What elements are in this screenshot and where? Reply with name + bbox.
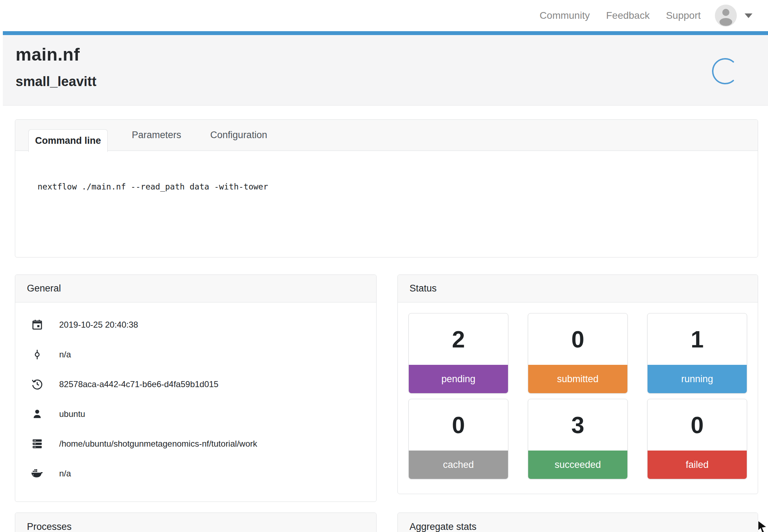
processes-card: Processes: [15, 513, 377, 532]
general-card-body: 2019-10-25 20:40:38 n/a 82578aca-a44: [15, 302, 376, 488]
nav-link-community[interactable]: Community: [540, 10, 590, 21]
general-value: /home/ubuntu/shotgunmetagenomics-nf/tuto…: [59, 439, 257, 449]
general-row-session: 82578aca-a442-4c71-b6e6-d4fa59b1d015: [30, 369, 362, 399]
status-tile-succeeded: 3 succeeded: [528, 399, 628, 479]
status-card: Status 2 pending 0 submitted 1 running 0…: [397, 275, 758, 494]
general-row-start-date: 2019-10-25 20:40:38: [30, 310, 362, 340]
aggregate-stats-card: Aggregate stats: [397, 513, 758, 532]
tab-command-line[interactable]: Command line: [28, 129, 108, 152]
status-label: cached: [409, 451, 508, 479]
server-icon: [30, 438, 44, 450]
status-tile-pending: 2 pending: [408, 313, 508, 394]
general-row-workdir: /home/ubuntu/shotgunmetagenomics-nf/tuto…: [30, 429, 362, 459]
general-card: General 2019-10-25 20:40:38: [15, 275, 377, 502]
status-count: 3: [528, 399, 627, 451]
status-tile-running: 1 running: [647, 313, 747, 394]
general-row-container: n/a: [30, 459, 362, 488]
status-tile-cached: 0 cached: [408, 399, 508, 479]
general-value: 82578aca-a442-4c71-b6e6-d4fa59b1d015: [59, 379, 219, 389]
status-count: 2: [409, 313, 508, 365]
status-count: 0: [409, 399, 508, 451]
page-title: main.nf: [16, 44, 80, 65]
status-count: 0: [528, 313, 627, 365]
status-count: 0: [648, 399, 747, 451]
general-row-commit: n/a: [30, 340, 362, 369]
general-value: ubuntu: [59, 409, 85, 419]
status-card-body: 2 pending 0 submitted 1 running 0 cached…: [398, 302, 758, 479]
status-label: succeeded: [528, 451, 627, 479]
calendar-icon: [30, 319, 44, 331]
nav-link-support[interactable]: Support: [666, 10, 701, 21]
status-tile-submitted: 0 submitted: [528, 313, 628, 394]
general-row-user: ubuntu: [30, 399, 362, 429]
loading-spinner-icon: [711, 57, 739, 85]
tab-bar: Command line Parameters Configuration: [15, 120, 758, 151]
general-value: n/a: [59, 350, 71, 360]
person-icon: [715, 5, 737, 27]
command-line-text: nextflow ./main.nf --read_path data -wit…: [15, 151, 758, 191]
accent-bar: [3, 31, 768, 35]
chevron-down-icon[interactable]: [745, 13, 752, 18]
status-label: failed: [648, 451, 747, 479]
status-count: 1: [648, 313, 747, 365]
processes-card-header: Processes: [15, 513, 376, 532]
status-label: submitted: [528, 365, 627, 393]
tab-configuration[interactable]: Configuration: [196, 130, 282, 141]
general-card-header: General: [15, 275, 376, 302]
history-icon: [30, 378, 44, 390]
status-label: running: [648, 365, 747, 393]
mouse-cursor: [757, 520, 768, 532]
top-nav: Community Feedback Support: [0, 0, 768, 31]
git-commit-icon: [30, 349, 44, 361]
nav-link-feedback[interactable]: Feedback: [606, 10, 650, 21]
status-card-header: Status: [398, 275, 758, 302]
aggregate-stats-card-header: Aggregate stats: [398, 513, 758, 532]
page-header: main.nf small_leavitt: [3, 35, 768, 106]
general-value: 2019-10-25 20:40:38: [59, 320, 138, 330]
status-label: pending: [409, 365, 508, 393]
status-tile-failed: 0 failed: [647, 399, 747, 479]
command-line-card: Command line Parameters Configuration ne…: [15, 119, 758, 257]
page-subtitle: small_leavitt: [16, 74, 96, 89]
general-value: n/a: [59, 469, 71, 479]
docker-icon: [30, 468, 44, 480]
user-avatar[interactable]: [715, 5, 737, 27]
tab-parameters[interactable]: Parameters: [117, 130, 196, 141]
user-icon: [30, 408, 44, 420]
